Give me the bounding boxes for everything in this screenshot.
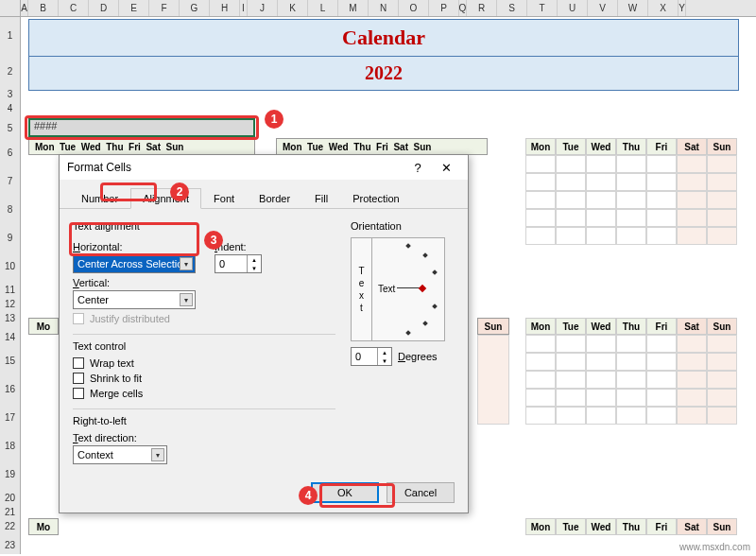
- col-B[interactable]: B: [28, 0, 59, 16]
- tab-protection[interactable]: Protection: [340, 188, 412, 209]
- month9-header[interactable]: Mon Tue Wed Thu Fri Sat Sun: [525, 518, 737, 535]
- col-E[interactable]: E: [119, 0, 149, 16]
- col-J[interactable]: J: [248, 0, 278, 16]
- month9-head-sun: Sun: [707, 518, 737, 535]
- help-button[interactable]: ?: [404, 158, 432, 177]
- month3-head-sat: Sat: [677, 138, 707, 155]
- row-2[interactable]: 2: [0, 53, 21, 89]
- row-3[interactable]: 3: [0, 89, 21, 98]
- tab-alignment[interactable]: Alignment: [130, 188, 201, 209]
- col-G[interactable]: G: [180, 0, 210, 16]
- col-S[interactable]: S: [497, 0, 527, 16]
- orientation-dial[interactable]: Text: [372, 238, 444, 340]
- col-F[interactable]: F: [149, 0, 180, 16]
- cancel-button[interactable]: Cancel: [387, 482, 455, 503]
- col-U[interactable]: U: [558, 0, 588, 16]
- col-X[interactable]: X: [648, 0, 679, 16]
- degrees-down-icon[interactable]: ▼: [378, 356, 391, 365]
- row-12[interactable]: 12: [0, 299, 21, 308]
- col-D[interactable]: D: [89, 0, 119, 16]
- month9-head-wed: Wed: [586, 518, 616, 535]
- row-13[interactable]: 13: [0, 308, 21, 327]
- wrap-text-checkbox[interactable]: Wrap text: [73, 357, 335, 369]
- col-C[interactable]: C: [59, 0, 89, 16]
- row-17[interactable]: 17: [0, 403, 21, 431]
- shrink-to-fit-checkbox[interactable]: Shrink to fit: [73, 373, 335, 384]
- row-14[interactable]: 14: [0, 327, 21, 346]
- row-9[interactable]: 9: [0, 223, 21, 252]
- col-V[interactable]: V: [588, 0, 618, 16]
- row-15[interactable]: 15: [0, 346, 21, 374]
- month3-grid[interactable]: Mon Tue Wed Thu Fri Sat Sun: [525, 138, 737, 245]
- selected-range[interactable]: ####: [28, 118, 255, 137]
- col-Q[interactable]: Q: [459, 0, 467, 16]
- close-button[interactable]: ✕: [432, 158, 460, 177]
- ok-button[interactable]: OK: [311, 482, 379, 503]
- calendar-title-cell[interactable]: Calendar: [28, 19, 739, 57]
- degrees-value: 0: [355, 351, 361, 362]
- text-direction-select[interactable]: Context ▾: [73, 445, 167, 464]
- format-cells-dialog: Format Cells ? ✕ Number Alignment Font B…: [59, 154, 469, 513]
- row-18[interactable]: 18: [0, 431, 21, 460]
- col-R[interactable]: R: [467, 0, 497, 16]
- tab-number[interactable]: Number: [69, 188, 130, 209]
- col-A[interactable]: A: [21, 0, 28, 16]
- section-orientation: Orientation: [351, 220, 455, 232]
- month6-head-tue: Tue: [556, 318, 586, 335]
- tab-border[interactable]: Border: [247, 188, 302, 209]
- degrees-stepper[interactable]: 0 ▲▼: [351, 347, 392, 366]
- col-K[interactable]: K: [278, 0, 308, 16]
- col-T[interactable]: T: [527, 0, 558, 16]
- row-7[interactable]: 7: [0, 166, 21, 195]
- col-P[interactable]: P: [429, 0, 459, 16]
- vertical-select[interactable]: Center ▾: [73, 290, 196, 309]
- row-19[interactable]: 19: [0, 460, 21, 488]
- month3-head-tue: Tue: [556, 138, 586, 155]
- row-20[interactable]: 20: [0, 488, 21, 507]
- vertical-label: Vertical:: [73, 277, 335, 288]
- month2-day-header-row[interactable]: Mon Tue Wed Thu Fri Sat Sun: [276, 138, 488, 155]
- row-23[interactable]: 23: [0, 535, 21, 554]
- row-11[interactable]: 11: [0, 280, 21, 299]
- indent-stepper[interactable]: 0 ▲▼: [215, 254, 262, 273]
- col-H[interactable]: H: [210, 0, 240, 16]
- indent-up-icon[interactable]: ▲: [248, 255, 261, 264]
- orientation-widget[interactable]: Text Text: [351, 237, 445, 341]
- row-10[interactable]: 10: [0, 252, 21, 280]
- col-O[interactable]: O: [399, 0, 429, 16]
- dialog-tabs: Number Alignment Font Border Fill Protec…: [60, 180, 468, 209]
- row-1[interactable]: 1: [0, 17, 21, 53]
- month1-day-header-row[interactable]: Mon Tue Wed Thu Fri Sat Sun: [28, 138, 255, 155]
- horizontal-label: Horizontal:: [73, 241, 196, 252]
- tab-fill[interactable]: Fill: [302, 188, 340, 209]
- indent-down-icon[interactable]: ▼: [248, 264, 261, 272]
- section-right-to-left: Right-to-left: [73, 415, 335, 426]
- col-Y[interactable]: Y: [679, 0, 686, 16]
- month3-head-fri: Fri: [646, 138, 677, 155]
- month5-sun-cells[interactable]: [477, 335, 509, 425]
- month7-head-mon: Mo: [28, 518, 59, 535]
- merge-cells-checkbox[interactable]: Merge cells: [73, 388, 335, 399]
- row-4[interactable]: 4: [0, 98, 21, 118]
- select-all-corner[interactable]: [0, 0, 21, 16]
- tab-font[interactable]: Font: [201, 188, 247, 209]
- col-N[interactable]: N: [369, 0, 399, 16]
- horizontal-select[interactable]: Center Across Selection ▾: [73, 254, 196, 273]
- month6-grid[interactable]: Mon Tue Wed Thu Fri Sat Sun: [525, 318, 737, 425]
- row-16[interactable]: 16: [0, 374, 21, 403]
- orientation-vertical-text[interactable]: Text: [352, 238, 372, 340]
- calendar-year-cell[interactable]: 2022: [28, 57, 739, 91]
- month6-head-sun: Sun: [707, 318, 737, 335]
- row-22[interactable]: 22: [0, 516, 21, 535]
- dialog-titlebar[interactable]: Format Cells ? ✕: [60, 155, 468, 180]
- row-5[interactable]: 5: [0, 118, 21, 138]
- degrees-up-icon[interactable]: ▲: [378, 348, 391, 356]
- row-21[interactable]: 21: [0, 507, 21, 516]
- col-M[interactable]: M: [338, 0, 369, 16]
- col-W[interactable]: W: [618, 0, 648, 16]
- col-I[interactable]: I: [240, 0, 248, 16]
- row-8[interactable]: 8: [0, 195, 21, 223]
- col-L[interactable]: L: [308, 0, 338, 16]
- justify-distributed-checkbox: Justify distributed: [73, 313, 335, 324]
- row-6[interactable]: 6: [0, 138, 21, 166]
